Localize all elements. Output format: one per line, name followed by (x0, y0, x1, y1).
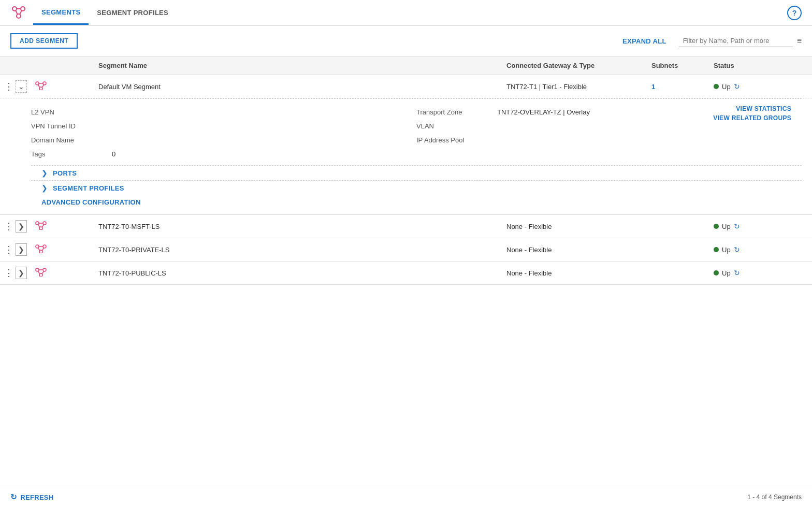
row-expand-button-3[interactable]: ❯ (16, 243, 27, 256)
status-text-1: Up (722, 83, 731, 91)
svg-line-28 (38, 271, 40, 274)
status-cell-1: Up ↻ (708, 82, 812, 91)
filter-input[interactable] (679, 35, 793, 47)
col-subnets: Subnets (646, 62, 708, 69)
svg-point-13 (43, 222, 46, 225)
l2vpn-label: L2 VPN (31, 108, 104, 116)
segment-icon-3 (31, 244, 93, 256)
toolbar: ADD SEGMENT EXPAND ALL ≡ (0, 26, 812, 56)
detail-ippool: IP Address Pool (416, 133, 590, 147)
table-row: ⋮ ❯ TNT72-T0-MSFT-LS None - Flexible Up (0, 215, 812, 238)
row-main-1[interactable]: ⋮ ⌄ Default VM Segment TNT72-T1 | Tier1 … (0, 75, 812, 98)
expand-all-button[interactable]: EXPAND ALL (622, 37, 666, 45)
segment-icon-1 (31, 81, 93, 93)
row-controls-1: ⋮ ⌄ (0, 80, 31, 93)
row-menu-button-4[interactable]: ⋮ (4, 268, 13, 278)
svg-line-5 (20, 10, 22, 14)
row-expand-button-1[interactable]: ⌄ (16, 80, 27, 93)
row-refresh-icon-3[interactable]: ↻ (734, 245, 740, 254)
ports-chevron: ❯ (41, 169, 48, 177)
nav-logo (10, 5, 27, 21)
svg-line-10 (38, 85, 40, 88)
tags-value: 0 (112, 150, 115, 158)
vpntunnel-label: VPN Tunnel ID (31, 122, 104, 130)
row-refresh-icon-4[interactable]: ↻ (734, 269, 740, 277)
svg-line-17 (42, 225, 44, 227)
svg-line-23 (42, 248, 44, 251)
ports-section[interactable]: ❯ PORTS (31, 166, 812, 180)
row-menu-button-3[interactable]: ⋮ (4, 245, 13, 254)
vlan-label: VLAN (416, 122, 489, 130)
status-cell-3: Up ↻ (708, 245, 812, 254)
col-status: Status (708, 62, 812, 69)
tab-segment-profiles[interactable]: SEGMENT PROFILES (89, 2, 177, 24)
segment-icon-2 (31, 221, 93, 233)
profiles-chevron: ❯ (41, 184, 48, 192)
svg-line-22 (38, 248, 40, 251)
table-header: Segment Name Connected Gateway & Type Su… (0, 56, 812, 75)
status-dot-4 (714, 270, 719, 275)
svg-point-7 (43, 82, 46, 85)
col-actions (0, 62, 31, 69)
col-gateway: Connected Gateway & Type (501, 62, 646, 69)
tab-segments[interactable]: SEGMENTS (33, 1, 89, 25)
status-dot-3 (714, 247, 719, 252)
subnets-count-1[interactable]: 1 (646, 83, 708, 91)
table-row: ⋮ ❯ TNT72-T0-PUBLIC-LS None - Flexible U… (0, 262, 812, 285)
filter-icon[interactable]: ≡ (797, 36, 802, 46)
detail-l2vpn: L2 VPN (31, 105, 416, 119)
row-expand-button-2[interactable]: ❯ (16, 220, 27, 233)
segment-profiles-section[interactable]: ❯ SEGMENT PROFILES (31, 181, 812, 195)
segment-name-1: Default VM Segment (93, 83, 501, 91)
advanced-config-link[interactable]: ADVANCED CONFIGURATION (31, 195, 812, 214)
top-nav: SEGMENTS SEGMENT PROFILES ? (0, 0, 812, 26)
segment-name-4: TNT72-T0-PUBLIC-LS (93, 269, 501, 277)
svg-line-11 (42, 85, 44, 88)
detail-transport: Transport Zone TNT72-OVERLAY-TZ | Overla… (416, 105, 590, 119)
row-controls-3: ⋮ ❯ (0, 243, 31, 256)
ports-label: PORTS (53, 169, 77, 177)
profiles-label: SEGMENT PROFILES (53, 184, 124, 192)
status-text-4: Up (722, 269, 731, 277)
table-row: ⋮ ⌄ Default VM Segment TNT72-T1 | Tier1 … (0, 75, 812, 215)
gateway-type-3: None - Flexible (501, 246, 646, 254)
segment-name-3: TNT72-T0-PRIVATE-LS (93, 246, 501, 254)
status-text-2: Up (722, 223, 731, 230)
segment-icon-4 (31, 267, 93, 279)
gateway-type-2: None - Flexible (501, 223, 646, 230)
transport-value: TNT72-OVERLAY-TZ | Overlay (497, 108, 590, 116)
svg-point-24 (36, 268, 39, 271)
row-main-3[interactable]: ⋮ ❯ TNT72-T0-PRIVATE-LS None - Flexible … (0, 238, 812, 261)
tags-label: Tags (31, 150, 104, 158)
svg-point-12 (36, 222, 39, 225)
col-icon (31, 62, 93, 69)
row-main-2[interactable]: ⋮ ❯ TNT72-T0-MSFT-LS None - Flexible Up (0, 215, 812, 238)
svg-point-19 (43, 245, 46, 248)
detail-vlan: VLAN (416, 119, 590, 133)
detail-tags: Tags 0 (31, 147, 416, 161)
status-dot-1 (714, 84, 719, 89)
row-refresh-icon-2[interactable]: ↻ (734, 222, 740, 230)
row-refresh-icon-1[interactable]: ↻ (734, 82, 740, 91)
ippool-label: IP Address Pool (416, 136, 489, 144)
row-menu-button-1[interactable]: ⋮ (4, 82, 13, 91)
svg-point-25 (43, 268, 46, 271)
svg-line-16 (38, 225, 40, 227)
view-statistics-link[interactable]: VIEW STATISTICS (736, 105, 791, 112)
view-links: VIEW STATISTICS VIEW RELATED GROUPS (703, 105, 802, 122)
status-cell-2: Up ↻ (708, 222, 812, 230)
view-groups-link[interactable]: VIEW RELATED GROUPS (713, 114, 791, 122)
row-detail-1: L2 VPN VPN Tunnel ID Domain Name Tags 0 (0, 98, 812, 214)
row-main-4[interactable]: ⋮ ❯ TNT72-T0-PUBLIC-LS None - Flexible U… (0, 262, 812, 284)
transport-label: Transport Zone (416, 108, 489, 116)
table-row: ⋮ ❯ TNT72-T0-PRIVATE-LS None - Flexible … (0, 238, 812, 262)
detail-vpntunnel: VPN Tunnel ID (31, 119, 416, 133)
add-segment-button[interactable]: ADD SEGMENT (10, 33, 78, 49)
svg-point-6 (36, 82, 39, 85)
svg-point-18 (36, 245, 39, 248)
row-menu-button-2[interactable]: ⋮ (4, 222, 13, 231)
detail-left: L2 VPN VPN Tunnel ID Domain Name Tags 0 (31, 105, 416, 161)
row-expand-button-4[interactable]: ❯ (16, 267, 27, 279)
gateway-type-4: None - Flexible (501, 269, 646, 277)
help-icon[interactable]: ? (787, 6, 802, 20)
